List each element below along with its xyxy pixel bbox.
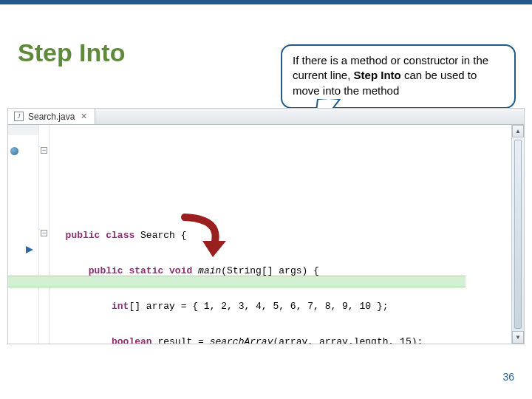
editor-body: − − public class Search { public static … — [8, 125, 524, 344]
tab-filename: Search.java — [28, 112, 75, 122]
svg-marker-2 — [26, 246, 33, 253]
close-icon[interactable]: ✕ — [79, 112, 89, 121]
code-line — [54, 194, 511, 206]
page-number: 36 — [502, 371, 514, 383]
instruction-pointer-icon — [26, 243, 35, 250]
callout-bold: Step Into — [354, 69, 401, 81]
scrollbar-thumb[interactable] — [514, 140, 522, 329]
breakpoint-marker[interactable] — [10, 147, 18, 155]
chevron-down-icon: ▼ — [515, 334, 521, 341]
editor-tab-search[interactable]: J Search.java ✕ — [8, 109, 95, 124]
fold-toggle-class[interactable]: − — [41, 147, 47, 154]
slide-accent-bar — [0, 0, 532, 4]
editor-tabbar: J Search.java ✕ — [8, 109, 524, 125]
code-area[interactable]: public class Search { public static void… — [50, 125, 511, 344]
code-editor: J Search.java ✕ − − public class Search … — [7, 108, 525, 344]
chevron-up-icon: ▲ — [515, 128, 521, 134]
slide-title: Step Into — [18, 38, 125, 67]
code-line: public class Search { — [54, 230, 511, 242]
current-line-highlight — [8, 276, 466, 287]
fold-toggle-method[interactable]: − — [41, 230, 47, 236]
gutter-shade — [8, 125, 38, 135]
fold-column[interactable]: − − — [39, 125, 50, 344]
scroll-up-button[interactable]: ▲ — [512, 125, 524, 137]
java-file-icon: J — [14, 112, 24, 121]
code-line: public static void main(String[] args) { — [54, 265, 511, 277]
code-line: int[] array = { 1, 2, 3, 4, 5, 6, 7, 8, … — [54, 301, 511, 313]
svg-marker-3 — [202, 241, 226, 257]
scroll-down-button[interactable]: ▼ — [512, 331, 524, 344]
vertical-scrollbar[interactable]: ▲ ▼ — [511, 125, 524, 344]
step-into-arrow-icon — [170, 211, 236, 263]
editor-gutter[interactable] — [8, 125, 39, 344]
code-line: boolean result = searchArray(array, arra… — [54, 336, 511, 344]
